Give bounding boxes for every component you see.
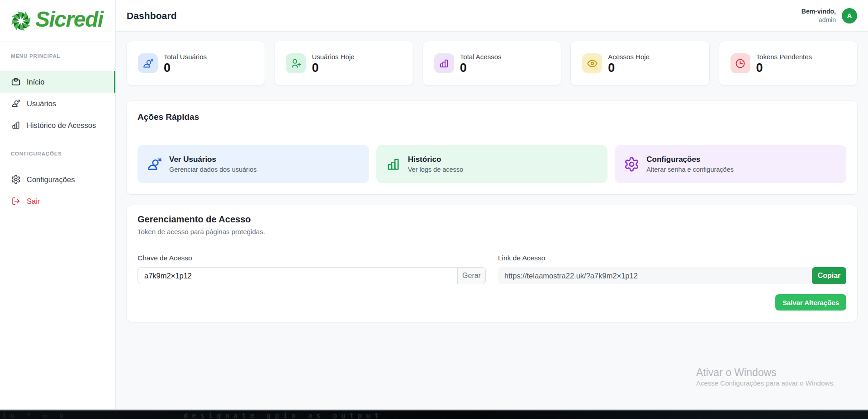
stat-label: Tokens Pendentes [756,53,812,61]
access-link-input[interactable] [498,267,812,284]
sidebar-item-configuracoes[interactable]: Configurações [0,169,115,190]
terminal-text-center: designate gpio as output [184,412,383,419]
access-key-field-group: Chave de Acesso Gerar [138,254,486,284]
stat-info: Total Usuários 0 [164,53,207,74]
tile-text: Ver Usuários Gerenciar dados dos usuário… [169,155,256,173]
terminal-text-left: iu * = u [2,412,67,419]
bar-chart-icon [385,156,401,172]
stat-label: Acessos Hoje [608,53,650,61]
quick-actions-title: Ações Rápidas [127,101,857,133]
access-management-subtitle: Token de acesso para páginas protegidas. [138,228,846,235]
access-key-input[interactable] [138,267,457,284]
sidebar-item-sair[interactable]: Sair [0,190,115,212]
stat-value: 0 [312,62,354,74]
stat-card-acessos-hoje: Acessos Hoje 0 [571,41,709,85]
stat-icon-box [434,53,454,73]
avatar[interactable]: A [842,8,857,24]
sidebar-section-menu-principal: MENU PRINCIPAL [0,53,115,59]
sidebar-item-label: Usuários [27,99,56,108]
eye-icon [587,58,598,69]
tile-title: Configurações [646,155,734,164]
welcome-text: Bem-vindo, [802,7,836,15]
sidebar-item-inicio[interactable]: Início [0,71,115,93]
save-changes-button[interactable]: Salvar Alterações [775,294,846,311]
stat-value: 0 [164,62,207,74]
access-management-title: Gerenciamento de Acesso [138,214,846,225]
sidebar-item-label: Sair [27,197,40,206]
stat-card-tokens-pendentes: Tokens Pendentes 0 [719,41,857,85]
access-management-body: Chave de Acesso Gerar Link de Acesso [127,242,857,322]
stat-value: 0 [460,62,502,74]
access-key-label: Chave de Acesso [138,254,486,262]
stat-value: 0 [608,62,650,74]
screen: Sicredi MENU PRINCIPAL Início Usuários H… [0,0,868,419]
quick-action-historico[interactable]: Histórico Ver logs de acesso [376,145,608,183]
clock-icon [735,58,746,69]
briefcase-icon [11,77,21,87]
tile-subtitle: Alterar senha e configurações [646,166,734,173]
quick-actions-body: Ver Usuários Gerenciar dados dos usuário… [127,133,857,194]
tile-title: Histórico [408,155,464,164]
user-greeting: Bem-vindo, admin [802,7,836,24]
stat-icon-box [582,53,602,73]
sicredi-wordmark: Sicredi [35,9,103,33]
logout-icon [11,196,21,206]
stat-info: Tokens Pendentes 0 [756,53,812,74]
users-icon [142,58,154,69]
tile-title: Ver Usuários [169,155,256,164]
username-text: admin [802,16,836,24]
user-block: Bem-vindo, admin A [802,7,857,24]
generate-key-button[interactable]: Gerar [457,267,486,284]
gear-icon [624,156,640,172]
stat-card-total-usuarios: Total Usuários 0 [127,41,265,85]
tile-text: Configurações Alterar senha e configuraç… [646,155,734,173]
users-icon [11,99,21,108]
stat-value: 0 [756,62,812,74]
stat-label: Total Acessos [460,53,502,61]
sidebar-item-label: Início [27,78,44,86]
save-row: Salvar Alterações [138,294,846,311]
stat-card-total-acessos: Total Acessos 0 [423,41,561,85]
stats-row: Total Usuários 0 Usuários Hoje 0 [127,41,857,85]
dashboard-content: Total Usuários 0 Usuários Hoje 0 [116,32,868,322]
bar-chart-icon [438,58,450,69]
access-management-panel: Gerenciamento de Acesso Token de acesso … [127,205,857,322]
stat-info: Acessos Hoje 0 [608,53,650,74]
tile-subtitle: Gerenciar dados dos usuários [169,166,256,173]
sidebar-nav: MENU PRINCIPAL Início Usuários Histórico… [0,42,115,212]
quick-action-ver-usuarios[interactable]: Ver Usuários Gerenciar dados dos usuário… [138,145,369,183]
user-plus-icon [290,58,302,69]
access-management-header: Gerenciamento de Acesso Token de acesso … [127,205,857,242]
brand-logo: Sicredi [0,0,115,42]
access-link-input-group: Copiar [498,267,846,284]
bar-chart-icon [11,120,21,130]
background-terminal-strip: iu * = u designate gpio as output [0,409,868,419]
main-area: Dashboard Bem-vindo, admin A [116,0,868,409]
tile-subtitle: Ver logs de acesso [408,166,464,173]
access-link-field-group: Link de Acesso Copiar [498,254,846,284]
stat-icon-box [730,53,750,73]
quick-action-configuracoes[interactable]: Configurações Alterar senha e configuraç… [615,145,846,183]
stat-label: Usuários Hoje [312,53,354,61]
sidebar-item-usuarios[interactable]: Usuários [0,93,115,114]
sidebar-item-label: Histórico de Acessos [27,121,96,130]
stat-info: Total Acessos 0 [460,53,502,74]
access-key-input-group: Gerar [138,267,486,284]
app-window: Sicredi MENU PRINCIPAL Início Usuários H… [0,0,868,409]
access-link-label: Link de Acesso [498,254,846,262]
gear-icon [11,174,21,184]
quick-actions-panel: Ações Rápidas Ver Usuários Gerenciar dad… [127,101,857,194]
copy-link-button[interactable]: Copiar [812,267,846,284]
topbar: Dashboard Bem-vindo, admin A [116,0,868,32]
stat-label: Total Usuários [164,53,207,61]
stat-icon-box [286,53,306,73]
sidebar-item-historico-de-acessos[interactable]: Histórico de Acessos [0,114,115,136]
stat-icon-box [138,53,158,73]
stat-card-usuarios-hoje: Usuários Hoje 0 [275,41,413,85]
users-icon [147,156,162,172]
page-title: Dashboard [127,10,177,21]
sidebar-section-configuracoes: CONFIGURAÇÕES [0,151,115,157]
sidebar: Sicredi MENU PRINCIPAL Início Usuários H… [0,0,116,409]
tile-text: Histórico Ver logs de acesso [408,155,464,173]
access-fields: Chave de Acesso Gerar Link de Acesso [138,254,846,284]
